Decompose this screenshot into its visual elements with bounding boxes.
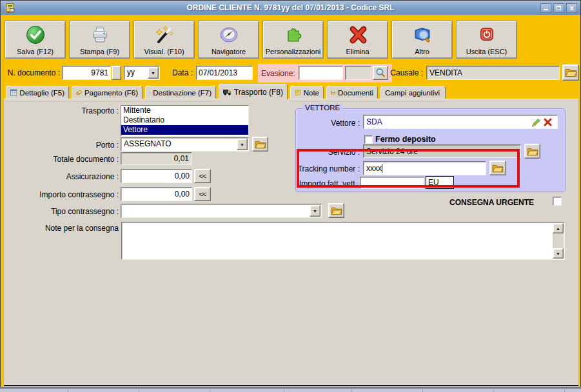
folder-icon xyxy=(527,147,538,156)
edit-pencil-icon[interactable] xyxy=(529,117,540,128)
servizio-folder-button[interactable] xyxy=(524,144,540,159)
power-icon xyxy=(477,24,497,44)
vettore-group-title: VETTORE xyxy=(302,104,342,112)
app-window: ORDINE CLIENTE N. 9781yy del 07/01/2013 … xyxy=(0,0,581,387)
close-button[interactable]: x xyxy=(566,3,577,13)
evasione-input[interactable] xyxy=(299,66,343,80)
n-documento-aux-button[interactable] xyxy=(112,66,121,80)
salva-button[interactable]: Salva (F12) xyxy=(5,21,66,59)
tab-pagamento-label: Pagamento (F6) xyxy=(84,89,138,97)
note-consegna-textarea[interactable]: ▲ ▼ xyxy=(121,222,565,260)
red-x-icon xyxy=(348,24,368,45)
n-documento-label: N. documento : xyxy=(6,68,60,77)
totale-documento-label: Totale documento : xyxy=(1,155,119,164)
currency-box: EU xyxy=(426,176,454,189)
navigatore-label: Navigatore xyxy=(212,48,246,55)
save-check-icon xyxy=(25,24,46,45)
clear-x-icon[interactable] xyxy=(543,117,553,127)
assicurazione-input[interactable] xyxy=(121,169,192,183)
suffix-value: yy xyxy=(127,68,146,77)
tab-pagamento[interactable]: Pagamento (F6) xyxy=(72,86,143,99)
trasporto-option-mittente[interactable]: Mittente xyxy=(121,106,248,115)
consegna-urgente-label: CONSEGNA URGENTE xyxy=(413,198,534,207)
truck-icon xyxy=(223,88,231,96)
tipo-contrassegno-combobox[interactable]: ▼ xyxy=(121,204,322,218)
background-taskbar-strip xyxy=(0,388,581,392)
tab-documenti[interactable]: Documenti xyxy=(326,86,378,99)
globe-icon xyxy=(150,88,150,97)
puzzle-icon xyxy=(283,24,304,45)
importo-contrassegno-label: Importo contrassegno : xyxy=(1,190,119,199)
altro-button[interactable]: Altro xyxy=(391,21,453,59)
folder-icon xyxy=(565,68,577,77)
personalizzazioni-button[interactable]: Personalizzazioni xyxy=(262,21,324,59)
folder-icon xyxy=(255,140,266,149)
window-title: ORDINE CLIENTE N. 9781yy del 07/01/2013 … xyxy=(1,3,580,12)
tab-trasporto-label: Trasporto (F8) xyxy=(234,88,283,97)
tab-trasporto[interactable]: Trasporto (F8) xyxy=(219,84,288,99)
assicurazione-label: Assicurazione : xyxy=(1,172,119,181)
tipo-contrassegno-label: Tipo contrassegno : xyxy=(1,207,119,216)
importo-contrassegno-input[interactable] xyxy=(121,187,192,201)
elimina-button[interactable]: Elimina xyxy=(327,21,388,59)
assicurazione-copy-button[interactable]: << xyxy=(194,169,211,183)
causale-field: VENDITA xyxy=(426,66,560,80)
compass-icon xyxy=(219,24,239,45)
suffix-dropdown-arrow-icon[interactable]: ▼ xyxy=(148,67,159,79)
consegna-urgente-checkbox[interactable] xyxy=(553,197,562,206)
altro-label: Altro xyxy=(415,48,429,55)
tab-campi-aggiuntivi-label: Campi aggiuntivi xyxy=(385,89,440,97)
tab-documenti-label: Documenti xyxy=(338,89,373,97)
folder-icon xyxy=(492,164,504,173)
tab-note-label: Note xyxy=(304,89,319,97)
scroll-up-icon[interactable]: ▲ xyxy=(553,223,564,233)
visual-button[interactable]: Visual. (F10) xyxy=(133,21,195,59)
data-input[interactable] xyxy=(196,66,253,80)
stampa-button[interactable]: Stampa (F9) xyxy=(69,21,130,59)
suffix-select[interactable]: yy ▼ xyxy=(124,66,160,80)
tab-dettaglio[interactable]: Dettaglio (F5) xyxy=(6,86,69,99)
magic-wand-icon xyxy=(154,24,175,45)
data-label: Data : xyxy=(162,68,193,77)
porto-combobox[interactable]: ASSEGNATO ▼ xyxy=(121,137,249,152)
tracking-folder-button[interactable] xyxy=(489,161,506,175)
minimize-button[interactable] xyxy=(540,3,551,13)
tipo-contrassegno-folder-button[interactable] xyxy=(328,203,344,218)
tab-campi-aggiuntivi[interactable]: Campi aggiuntivi xyxy=(380,86,446,99)
note-scrollbar[interactable]: ▲ ▼ xyxy=(553,223,564,259)
table-icon xyxy=(10,88,17,97)
importo-contrassegno-copy-button[interactable]: << xyxy=(194,187,211,201)
porto-dropdown-arrow-icon[interactable]: ▼ xyxy=(237,139,248,150)
causale-label: Causale : xyxy=(388,68,423,77)
importo-fatt-input[interactable] xyxy=(360,177,424,189)
trasporto-option-destinatario[interactable]: Destinatario xyxy=(121,115,248,125)
printer-icon xyxy=(90,24,110,45)
causale-folder-button[interactable] xyxy=(562,64,579,81)
currency-label: EU xyxy=(428,178,439,187)
evasione-search-button[interactable] xyxy=(373,66,388,80)
note-consegna-label: Note per la consegna xyxy=(1,224,119,233)
tab-dettaglio-label: Dettaglio (F5) xyxy=(19,89,64,97)
evasione-secondary-input xyxy=(345,66,371,80)
trasporto-option-vettore[interactable]: Vettore xyxy=(121,125,248,135)
n-documento-input[interactable] xyxy=(62,66,111,80)
note-icon xyxy=(295,88,301,97)
vettore-field[interactable]: SDA xyxy=(363,115,558,129)
trasporto-listbox[interactable]: Mittente Destinatario Vettore xyxy=(121,105,249,137)
scroll-down-icon[interactable]: ▼ xyxy=(553,248,564,259)
maximize-button[interactable] xyxy=(553,3,564,13)
totale-documento-value: 0,01 xyxy=(174,154,189,163)
servizio-label: Servizio : xyxy=(297,148,360,157)
navigatore-button[interactable]: Navigatore xyxy=(198,21,259,59)
tab-destinazione[interactable]: Destinazione (F7) xyxy=(145,86,216,99)
porto-folder-button[interactable] xyxy=(252,137,268,152)
elimina-label: Elimina xyxy=(346,48,369,55)
folder-icon xyxy=(331,206,342,215)
fermo-deposito-label: Fermo deposito xyxy=(375,135,436,144)
uscita-button[interactable]: Uscita (ESC) xyxy=(456,21,517,59)
uscita-label: Uscita (ESC) xyxy=(466,48,507,55)
tipo-contrassegno-dropdown-arrow-icon[interactable]: ▼ xyxy=(310,205,320,217)
fermo-deposito-checkbox[interactable] xyxy=(364,135,373,144)
tracking-number-input[interactable]: xxxx xyxy=(363,161,486,175)
tab-note[interactable]: Note xyxy=(290,86,324,99)
